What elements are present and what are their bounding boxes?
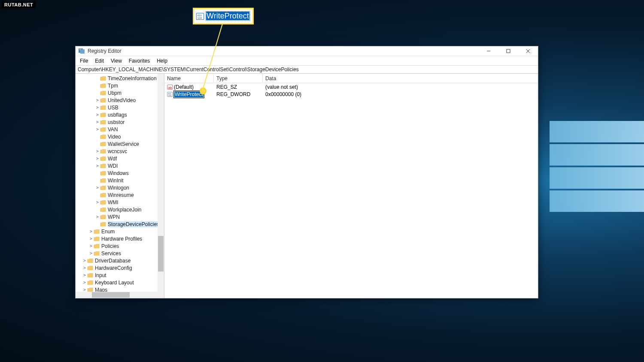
tree-label: TimeZoneInformation bbox=[108, 75, 157, 81]
windows-logo-bg bbox=[550, 121, 644, 241]
tree-item[interactable]: >usbflags bbox=[76, 111, 164, 118]
tree-item[interactable]: >Services bbox=[76, 250, 164, 257]
expand-icon[interactable]: > bbox=[88, 229, 94, 234]
tree-item[interactable]: TimeZoneInformation bbox=[76, 75, 164, 82]
expand-icon[interactable]: > bbox=[95, 105, 100, 110]
tree-item[interactable]: >Winlogon bbox=[76, 184, 164, 191]
tree-item[interactable]: >WPN bbox=[76, 213, 164, 220]
address-bar[interactable]: Computer\HKEY_LOCAL_MACHINE\SYSTEM\Curre… bbox=[76, 66, 538, 74]
tree-vscrollbar[interactable] bbox=[158, 74, 164, 298]
tree-item[interactable]: Winresume bbox=[76, 191, 164, 199]
svg-text:ab: ab bbox=[168, 86, 172, 89]
tree-item[interactable]: >Wdf bbox=[76, 155, 164, 162]
expand-icon[interactable]: > bbox=[88, 251, 94, 256]
menu-favorites[interactable]: Favorites bbox=[125, 57, 153, 65]
tree-label: VAN bbox=[108, 127, 118, 133]
expand-icon[interactable]: > bbox=[95, 127, 100, 132]
tree-label: Tpm bbox=[108, 83, 118, 89]
value-name: (Default) bbox=[174, 84, 194, 90]
callout-text: WriteProtect bbox=[206, 12, 249, 20]
svg-rect-5 bbox=[80, 49, 85, 54]
tree-panel[interactable]: TimeZoneInformationTpmUbpm>UnitedVideo>U… bbox=[76, 74, 164, 298]
tree-label: WDI bbox=[108, 163, 118, 169]
tree-label: Wdf bbox=[108, 156, 117, 162]
registry-editor-window: Registry Editor FileEditViewFavoritesHel… bbox=[75, 46, 538, 299]
svg-rect-8 bbox=[507, 49, 510, 53]
minimize-button[interactable] bbox=[479, 46, 498, 56]
watermark: RUTAB.NET bbox=[2, 1, 36, 8]
close-button[interactable] bbox=[518, 46, 538, 56]
tree-item[interactable]: Video bbox=[76, 133, 164, 140]
tree-label: Winresume bbox=[108, 192, 134, 198]
maximize-button[interactable] bbox=[498, 46, 518, 56]
expand-icon[interactable]: > bbox=[95, 98, 100, 103]
callout-tooltip: 011 110 WriteProtect bbox=[193, 8, 254, 24]
tree-item[interactable]: >wcncsvc bbox=[76, 148, 164, 155]
tree-label: Policies bbox=[101, 243, 119, 249]
tree-label: WalletService bbox=[108, 141, 139, 147]
tree-item[interactable]: >WDI bbox=[76, 162, 164, 169]
menu-edit[interactable]: Edit bbox=[91, 57, 107, 65]
tree-item[interactable]: >Hardware Profiles bbox=[76, 235, 164, 242]
tree-label: Enum bbox=[101, 229, 115, 235]
svg-line-3 bbox=[202, 24, 222, 93]
tree-label: Input bbox=[95, 272, 106, 278]
tree-label: Services bbox=[101, 250, 121, 256]
tree-item[interactable]: >Enum bbox=[76, 228, 164, 235]
expand-icon[interactable]: > bbox=[82, 280, 87, 285]
tree-label: usbflags bbox=[108, 112, 127, 118]
expand-icon[interactable]: > bbox=[95, 156, 100, 161]
tree-item[interactable]: Ubpm bbox=[76, 89, 164, 97]
values-panel: Name Type Data ab(Default)REG_SZ(value n… bbox=[164, 74, 538, 298]
expand-icon[interactable]: > bbox=[95, 149, 100, 154]
tree-item[interactable]: StorageDevicePolicies bbox=[76, 220, 164, 228]
expand-icon[interactable]: > bbox=[88, 236, 94, 241]
tree-item[interactable]: >DriverDatabase bbox=[76, 257, 164, 264]
tree-item[interactable]: Windows bbox=[76, 169, 164, 177]
tree-label: WPN bbox=[108, 214, 120, 220]
tree-item[interactable]: Tpm bbox=[76, 82, 164, 89]
tree-hscrollbar[interactable] bbox=[76, 292, 158, 298]
svg-rect-6 bbox=[79, 49, 81, 50]
expand-icon[interactable]: > bbox=[95, 120, 100, 124]
tree-label: WinInit bbox=[108, 178, 124, 184]
expand-icon[interactable]: > bbox=[82, 258, 87, 263]
tree-item[interactable]: >VAN bbox=[76, 126, 164, 133]
expand-icon[interactable]: > bbox=[95, 112, 100, 117]
menu-help[interactable]: Help bbox=[153, 57, 171, 65]
tree-label: HardwareConfig bbox=[95, 265, 132, 271]
expand-icon[interactable]: > bbox=[95, 185, 100, 190]
expand-icon[interactable]: > bbox=[95, 200, 100, 205]
tree-label: usbstor bbox=[108, 119, 125, 125]
expand-icon[interactable]: > bbox=[95, 214, 100, 219]
tree-label: DriverDatabase bbox=[95, 258, 131, 264]
tree-label: Windows bbox=[108, 170, 129, 176]
dword-icon: 011 110 bbox=[196, 12, 204, 21]
expand-icon[interactable]: > bbox=[95, 163, 100, 168]
tree-item[interactable]: >usbstor bbox=[76, 118, 164, 126]
menu-file[interactable]: File bbox=[76, 57, 91, 65]
tree-item[interactable]: >USB bbox=[76, 104, 164, 111]
tree-item[interactable]: >Keyboard Layout bbox=[76, 279, 164, 286]
tree-label: StorageDevicePolicies bbox=[108, 221, 159, 227]
tree-label: Video bbox=[108, 134, 121, 140]
titlebar[interactable]: Registry Editor bbox=[76, 46, 538, 56]
tree-label: wcncsvc bbox=[108, 148, 127, 154]
tree-item[interactable]: WalletService bbox=[76, 140, 164, 148]
value-data: 0x00000000 (0) bbox=[263, 91, 538, 97]
tree-item[interactable]: >HardwareConfig bbox=[76, 264, 164, 272]
col-data[interactable]: Data bbox=[263, 74, 538, 83]
expand-icon[interactable]: > bbox=[82, 273, 87, 278]
tree-label: Hardware Profiles bbox=[101, 236, 142, 242]
tree-label: Winlogon bbox=[108, 185, 129, 191]
expand-icon[interactable]: > bbox=[88, 244, 94, 248]
tree-item[interactable]: >Input bbox=[76, 272, 164, 279]
tree-item[interactable]: >WMI bbox=[76, 199, 164, 206]
menu-view[interactable]: View bbox=[107, 57, 125, 65]
tree-item[interactable]: WorkplaceJoin bbox=[76, 206, 164, 213]
tree-item[interactable]: WinInit bbox=[76, 177, 164, 184]
tree-item[interactable]: >UnitedVideo bbox=[76, 97, 164, 104]
svg-text:110: 110 bbox=[197, 16, 202, 19]
expand-icon[interactable]: > bbox=[82, 265, 87, 270]
tree-item[interactable]: >Policies bbox=[76, 242, 164, 250]
